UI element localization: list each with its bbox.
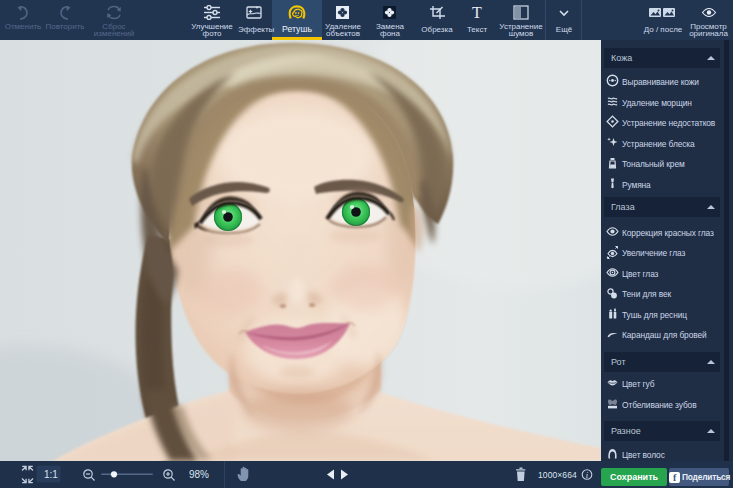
svg-text:i: i <box>586 470 589 480</box>
svg-text:98%: 98% <box>189 469 209 480</box>
svg-text:1000×664: 1000×664 <box>538 470 577 480</box>
svg-text:T: T <box>472 5 482 20</box>
svg-text:1:1: 1:1 <box>44 469 58 480</box>
